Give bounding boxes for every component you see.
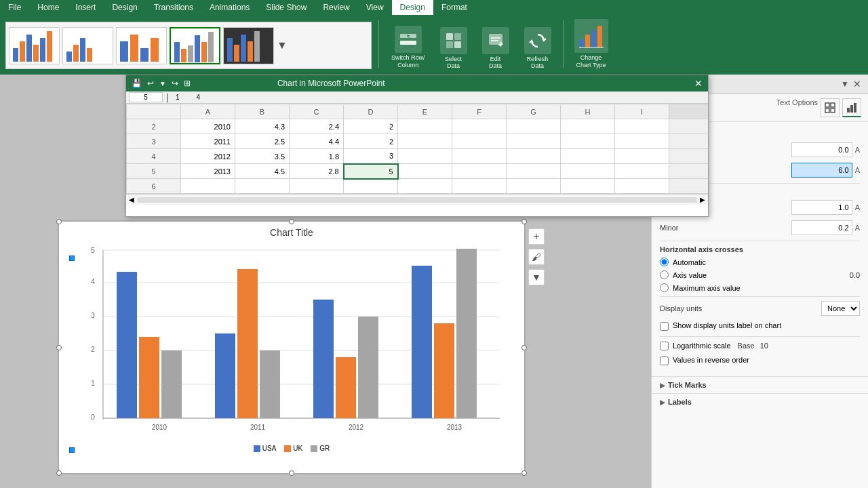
col-header-d[interactable]: D [344,104,398,119]
ss-scroll-track[interactable] [137,197,697,203]
ss-cell-4-E[interactable] [398,149,452,164]
ss-cell-3-D[interactable]: 2 [344,134,398,149]
ss-cell-6-D[interactable] [344,179,398,194]
tab-format[interactable]: Format [433,0,475,15]
ss-cell-6-C[interactable] [290,179,344,194]
ss-cell-2-I[interactable] [615,119,669,134]
tab-view[interactable]: View [358,0,392,15]
radio-axis-value[interactable] [660,270,669,279]
col-header-e[interactable]: E [398,104,452,119]
ss-cell-3-A[interactable]: 2011 [181,134,235,149]
chart-thumb-5[interactable] [223,27,274,64]
refresh-data-button[interactable]: RefreshData [519,24,557,72]
ss-row-6[interactable]: 6 [127,179,709,194]
tab-file[interactable]: File [0,0,29,15]
ss-cell-3-C[interactable]: 4.4 [290,134,344,149]
ss-cell-2-F[interactable] [452,119,507,134]
minimum-input[interactable] [791,142,852,157]
ss-cell-6-A[interactable] [181,179,235,194]
chart-thumb-2[interactable] [62,27,113,64]
table-icon[interactable]: ⊞ [184,79,191,88]
ss-cell-4-H[interactable] [561,149,615,164]
ss-cell-5-D[interactable]: 5 [344,164,398,179]
ss-cell-3-F[interactable] [452,134,507,149]
tab-insert[interactable]: Insert [67,0,104,15]
col-header-a[interactable]: A [181,104,235,119]
values-reverse-order-checkbox[interactable] [660,357,669,365]
cell-reference-box[interactable]: 5 [129,92,163,102]
tab-design-active[interactable]: Design [392,0,433,15]
ss-cell-5-row[interactable]: 5 [127,164,181,179]
ss-cell-2-E[interactable] [398,119,452,134]
ss-horizontal-scrollbar[interactable]: ◀ ▶ [126,194,708,205]
radio-automatic[interactable] [660,258,669,266]
logarithmic-scale-checkbox[interactable] [660,342,669,350]
col-header-b[interactable]: B [235,104,290,119]
ss-cell-2-G[interactable] [507,119,561,134]
ss-cell-5-I[interactable] [615,164,669,179]
col-header-g[interactable]: G [507,104,561,119]
tab-slideshow[interactable]: Slide Show [258,0,315,15]
ss-cell-2-C[interactable]: 2.4 [290,119,344,134]
handle-bl[interactable] [56,470,62,476]
ss-cell-4-G[interactable] [507,149,561,164]
ss-cell-4-B[interactable]: 3.5 [235,149,290,164]
spreadsheet-close-button[interactable]: ✕ [694,78,703,89]
display-units-select[interactable]: None [821,301,860,316]
maximum-auto-button[interactable]: A [855,166,860,174]
tab-home[interactable]: Home [29,0,67,15]
ss-cell-5-E[interactable] [398,164,452,179]
ss-cell-3-E[interactable] [398,134,452,149]
ss-cell-3-H[interactable] [561,134,615,149]
ss-row-5[interactable]: 520134.52.85 [127,164,709,179]
tab-transitions[interactable]: Transitions [146,0,201,15]
ss-cell-2-B[interactable]: 4.3 [235,119,290,134]
ss-cell-6-E[interactable] [398,179,452,194]
ss-cell-4-A[interactable]: 2012 [181,149,235,164]
panel-icon-table[interactable] [821,98,840,117]
ss-cell-2-row[interactable]: 2 [127,119,181,134]
switch-row-col-button[interactable]: ⇆ Switch Row/Column [386,23,431,72]
ss-cell-5-C[interactable]: 2.8 [290,164,344,179]
chart-container[interactable]: + 🖌 ▼ Chart Title 0 1 2 3 4 5 [58,220,526,474]
ss-row-4[interactable]: 420123.51.83 [127,149,709,164]
radio-max-axis[interactable] [660,283,669,292]
chart-thumb-4[interactable] [170,27,220,64]
panel-collapse-button[interactable]: ▼ [841,79,849,89]
undo-dropdown[interactable]: ▼ [159,80,166,87]
ss-scroll-left[interactable]: ◀ [127,196,136,203]
ss-cell-3-I[interactable] [615,134,669,149]
ss-cell-4-C[interactable]: 1.8 [290,149,344,164]
select-data-button[interactable]: SelectData [435,24,473,72]
labels-header[interactable]: ▶ Labels [652,394,868,410]
ss-cell-4-row[interactable]: 4 [127,149,181,164]
handle-bc[interactable] [289,470,294,476]
chart-thumb-3[interactable] [116,27,167,64]
handle-tl[interactable] [56,219,62,224]
handle-chart-bl-blue[interactable] [69,447,75,453]
ss-cell-6-H[interactable] [561,179,615,194]
minimum-auto-button[interactable]: A [855,146,860,154]
ss-row-2[interactable]: 220104.32.42 [127,119,709,134]
handle-br[interactable] [521,470,527,476]
major-input[interactable] [791,200,852,215]
ss-cell-6-I[interactable] [615,179,669,194]
ss-row-3[interactable]: 320112.54.42 [127,134,709,149]
col-header-i[interactable]: I [615,104,669,119]
ss-cell-2-A[interactable]: 2010 [181,119,235,134]
ss-cell-5-F[interactable] [452,164,507,179]
scroll-down-charts[interactable]: ▼ [277,39,288,52]
edit-data-button[interactable]: EditData [477,24,515,72]
ss-cell-5-A[interactable]: 2013 [181,164,235,179]
ss-cell-6-row[interactable]: 6 [127,179,181,194]
undo-icon[interactable]: ↩ [147,79,154,88]
ss-cell-5-G[interactable] [507,164,561,179]
maximum-input[interactable] [791,163,852,178]
ss-cell-4-I[interactable] [615,149,669,164]
change-chart-type-button[interactable]: Change Chart Type [571,16,612,72]
col-header-c[interactable]: C [290,104,344,119]
major-auto-button[interactable]: A [855,203,860,211]
show-display-units-checkbox[interactable] [660,322,669,331]
handle-tc[interactable] [289,219,294,224]
text-options-tab[interactable]: Text Options [776,98,818,117]
